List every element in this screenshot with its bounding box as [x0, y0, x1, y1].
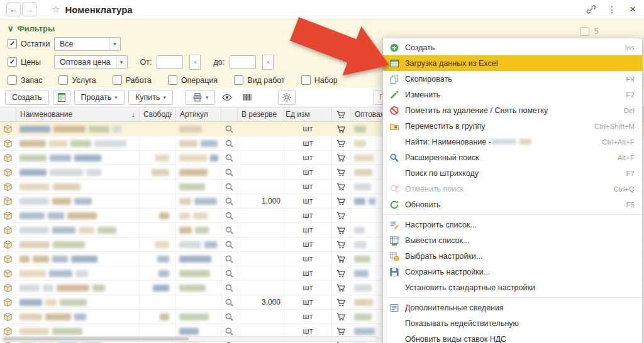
row-type-cell: [0, 122, 16, 136]
context-menu-item[interactable]: Показывать недействительную: [383, 315, 642, 331]
redacted-text: [354, 328, 375, 335]
magnifier-icon[interactable]: [225, 298, 234, 307]
context-menu-item[interactable]: Установить стандартные настройки: [383, 280, 642, 295]
type-flag-checkbox-2[interactable]: Услуга: [58, 75, 96, 85]
type-flag-checkbox-4[interactable]: Операция: [168, 75, 218, 85]
magnifier-icon[interactable]: [225, 312, 234, 322]
magnifier-icon[interactable]: [225, 269, 234, 278]
context-menu-item[interactable]: Расширенный поискAlt+F: [383, 150, 642, 165]
redacted-text: [179, 155, 207, 161]
context-menu-item[interactable]: СоздатьIns: [383, 40, 642, 55]
redacted-text: [53, 126, 86, 133]
collapse-chevron-icon[interactable]: ∨: [8, 24, 14, 33]
redacted-text: [19, 126, 50, 133]
favorite-star-icon[interactable]: ☆: [52, 4, 60, 15]
get-link-icon[interactable]: [586, 4, 596, 14]
context-menu-item[interactable]: Обновить виды ставок НДС: [383, 331, 642, 343]
close-icon[interactable]: ×: [628, 4, 638, 14]
preview-button[interactable]: [219, 90, 235, 105]
package-icon: [3, 182, 13, 192]
context-menu-item[interactable]: Сохранить настройки...: [383, 264, 642, 280]
magnifier-icon[interactable]: [225, 197, 234, 206]
magnifier-icon[interactable]: [225, 283, 234, 293]
chevron-down-icon: ▾: [114, 94, 118, 101]
row-cart-cell: [332, 165, 351, 179]
type-flag-checkbox-3[interactable]: Работа: [113, 75, 152, 85]
stock-checkbox[interactable]: ✓: [8, 39, 17, 48]
price-to-input[interactable]: [230, 55, 256, 69]
context-menu-item[interactable]: Настроить список...: [383, 217, 642, 232]
type-flag-checkbox-5[interactable]: Вид работ: [234, 75, 285, 85]
checkbox-icon[interactable]: [168, 75, 177, 85]
redacted-text: [97, 227, 116, 234]
price-checkbox[interactable]: ✓: [8, 57, 17, 67]
type-flag-label: Услуга: [72, 76, 96, 85]
redacted-text: [43, 285, 53, 291]
magnifier-icon[interactable]: [225, 327, 234, 336]
price-from-input[interactable]: [157, 55, 183, 69]
magnifier-icon[interactable]: [225, 226, 234, 235]
context-menu-item[interactable]: СкопироватьF9: [383, 71, 642, 87]
magnifier-icon[interactable]: [225, 254, 234, 264]
chevron-down-icon[interactable]: ▾: [116, 56, 127, 68]
price-from-label: От:: [140, 58, 152, 67]
stock-filter-select[interactable]: Все ▾: [54, 37, 121, 51]
magnifier-icon[interactable]: [225, 182, 234, 192]
create-group-button[interactable]: [53, 90, 70, 105]
cart-icon: [336, 182, 346, 192]
magnifier-icon[interactable]: [225, 240, 234, 249]
context-menu-item[interactable]: Выбрать настройки...: [383, 248, 642, 264]
price-type-select[interactable]: Оптовая цена ▾: [54, 55, 128, 69]
delete-mark-icon: [389, 105, 399, 116]
context-menu-item: Отменить поискCtrl+Q: [383, 181, 642, 197]
stock-filter-checkbox-wrap[interactable]: ✓ Остатки: [8, 39, 49, 48]
configure-list-icon: [389, 219, 399, 230]
print-button[interactable]: ▾: [186, 90, 216, 105]
clear-to-icon[interactable]: ×: [262, 55, 274, 70]
context-menu-item[interactable]: ИзменитьF2: [383, 87, 642, 102]
column-header-free[interactable]: Свободно: [140, 107, 176, 121]
forward-button[interactable]: →: [22, 3, 36, 16]
clear-from-icon[interactable]: ×: [189, 55, 201, 70]
row-unit-cell: шт: [284, 194, 332, 208]
context-menu-item[interactable]: Переместить в группуCtrl+Shift+M: [383, 118, 642, 134]
type-flag-checkbox-1[interactable]: Запас: [8, 75, 42, 85]
chevron-down-icon[interactable]: ▾: [109, 38, 120, 50]
context-menu-item[interactable]: Найти: Наименование - Ctrl+Alt+F: [383, 134, 642, 150]
checkbox-icon[interactable]: [58, 75, 68, 85]
checkbox-icon[interactable]: [8, 75, 17, 85]
column-header-unit[interactable]: Ед изм: [284, 107, 332, 121]
context-menu-item[interactable]: Дополнительные сведения: [383, 300, 642, 315]
checkbox-icon[interactable]: [301, 75, 311, 85]
type-flag-checkbox-6[interactable]: Набор: [301, 75, 338, 85]
settings-button[interactable]: [278, 90, 296, 105]
back-button[interactable]: ←: [6, 3, 21, 16]
magnifier-icon[interactable]: [225, 168, 234, 177]
context-menu-item[interactable]: Поиск по штрихкодуF7: [383, 165, 642, 181]
checkbox-icon[interactable]: [234, 75, 243, 85]
sell-button[interactable]: Продать▾: [74, 90, 125, 105]
column-header-name[interactable]: Наименование↓: [16, 107, 140, 121]
filters-title[interactable]: Фильтры: [18, 24, 55, 33]
column-header-sku[interactable]: Артикул: [176, 107, 221, 121]
row-sku-cell: [176, 266, 221, 280]
context-menu-item[interactable]: Пометить на удаление / Снять пометкуDel: [383, 102, 642, 118]
save-settings-icon: [389, 266, 399, 277]
context-menu-item[interactable]: Загрузка данных из Excel: [383, 55, 642, 71]
magnifier-icon[interactable]: [225, 139, 234, 148]
more-menu-icon[interactable]: ⋮: [607, 4, 617, 14]
create-button[interactable]: Создать: [5, 90, 49, 105]
magnifier-icon[interactable]: [225, 153, 234, 163]
barcode-button[interactable]: [239, 90, 255, 105]
context-menu-item[interactable]: Вывести список...: [383, 232, 642, 248]
magnifier-icon[interactable]: [225, 211, 234, 220]
price-filter-checkbox-wrap[interactable]: ✓ Цены: [8, 57, 49, 67]
magnifier-icon[interactable]: [225, 124, 234, 134]
context-menu-item[interactable]: ОбновитьF5: [383, 197, 642, 212]
scrollbar-thumb[interactable]: [3, 337, 189, 340]
checkbox-icon[interactable]: [113, 75, 122, 85]
horizontal-scrollbar[interactable]: [1, 336, 379, 342]
buy-button[interactable]: Купить▾: [128, 90, 173, 105]
cart-icon: [336, 110, 346, 119]
column-header-reserved[interactable]: В резерве: [238, 107, 284, 121]
